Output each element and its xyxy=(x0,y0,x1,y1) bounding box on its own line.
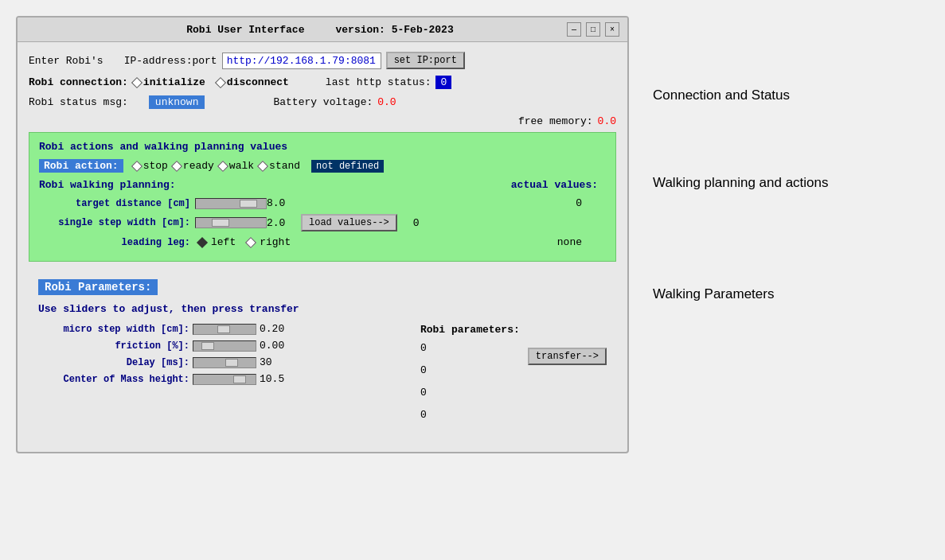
step-width-label: single step width [cm]: xyxy=(39,217,190,228)
param-slider-area-1 xyxy=(193,340,256,352)
initialize-radio-icon xyxy=(131,76,143,88)
free-memory-row: free memory: 0.0 xyxy=(29,115,616,127)
param-row-0: micro step width [cm]: 0.20 xyxy=(38,323,412,335)
ready-label: ready xyxy=(183,160,214,172)
sidebar-walking: Walking planning and actions xyxy=(653,175,829,191)
param-label-3: Center of Mass height: xyxy=(38,374,189,385)
param-actual-3: 0 xyxy=(420,409,427,426)
step-width-thumb[interactable] xyxy=(212,219,229,227)
sidebar-walking-title: Walking planning and actions xyxy=(653,175,829,190)
ready-radio[interactable]: ready xyxy=(173,160,214,172)
params-left: Use sliders to adjust, then press transf… xyxy=(38,303,412,390)
sidebar: Connection and Status Walking planning a… xyxy=(653,16,829,453)
main-window: Robi User Interface version: 5-Feb-2023 … xyxy=(16,16,629,453)
params-panel-title: Robi Parameters: xyxy=(38,279,158,295)
ip-address-label: IP-address:port xyxy=(124,55,217,67)
parameters-panel: Robi Parameters: Use sliders to adjust, … xyxy=(29,271,616,434)
planning-header-row: Robi walking planning: actual values: xyxy=(39,179,606,191)
target-distance-slider[interactable] xyxy=(195,198,267,209)
step-width-actual: 0 xyxy=(413,217,420,229)
action-label: Robi action: xyxy=(39,159,123,173)
ip-row: Enter Robi's IP-address:port set IP:port xyxy=(29,52,616,69)
stop-label: stop xyxy=(143,160,168,172)
connection-row: Robi connection: initialize disconnect l… xyxy=(29,76,616,89)
params-instruction: Use sliders to adjust, then press transf… xyxy=(38,303,412,315)
stand-label: stand xyxy=(269,160,300,172)
right-leg-radio[interactable]: right xyxy=(247,236,291,248)
planning-label: Robi walking planning: xyxy=(39,179,176,191)
free-memory-label: free memory: xyxy=(518,115,593,127)
left-leg-radio-icon xyxy=(197,236,208,247)
maximize-button[interactable]: □ xyxy=(586,22,600,37)
param-slider-0[interactable] xyxy=(193,324,256,335)
ip-input[interactable] xyxy=(222,52,381,69)
target-distance-slider-area xyxy=(195,198,267,209)
param-value-3: 10.5 xyxy=(260,373,291,385)
param-thumb-1[interactable] xyxy=(201,342,214,350)
param-slider-area-2 xyxy=(193,357,256,368)
sidebar-params: Walking Parameters xyxy=(653,286,829,302)
param-thumb-3[interactable] xyxy=(233,375,246,383)
status-row: Robi status msg: unknown Battery voltage… xyxy=(29,95,616,109)
load-values-button[interactable]: load values--> xyxy=(301,214,397,231)
action-row: Robi action: stop ready walk xyxy=(39,159,606,173)
set-ip-button[interactable]: set IP:port xyxy=(386,52,465,69)
params-right: Robi parameters: 0000 xyxy=(420,303,520,426)
transfer-btn-area: transfer--> xyxy=(528,303,607,365)
param-value-1: 0.00 xyxy=(260,340,291,352)
left-leg-label: left xyxy=(211,236,236,248)
robi-connection-label: Robi connection: xyxy=(29,76,128,88)
param-thumb-0[interactable] xyxy=(217,325,230,333)
param-value-0: 0.20 xyxy=(260,323,291,335)
param-row-2: Delay [ms]: 30 xyxy=(38,356,412,368)
target-distance-thumb[interactable] xyxy=(240,200,257,208)
param-slider-1[interactable] xyxy=(193,340,256,352)
param-slider-area-3 xyxy=(193,374,256,385)
sidebar-params-title: Walking Parameters xyxy=(653,286,774,301)
free-memory-value: 0.0 xyxy=(598,115,616,127)
param-slider-area-0 xyxy=(193,324,256,335)
walk-radio[interactable]: walk xyxy=(219,160,254,172)
window-version: version: 5-Feb-2023 xyxy=(336,24,454,36)
step-width-slider-area xyxy=(195,217,267,228)
enter-label: Enter Robi's xyxy=(29,55,103,67)
params-content: Use sliders to adjust, then press transf… xyxy=(38,303,607,426)
param-actual-1: 0 xyxy=(420,364,427,382)
param-slider-3[interactable] xyxy=(193,374,256,385)
initialize-radio[interactable]: initialize xyxy=(133,76,205,88)
battery-value: 0.0 xyxy=(377,96,396,108)
window-title: Robi User Interface version: 5-Feb-2023 xyxy=(73,24,567,36)
walking-panel: Robi actions and walking planning values… xyxy=(29,132,616,262)
disconnect-radio-icon xyxy=(215,76,226,88)
param-slider-2[interactable] xyxy=(193,357,256,368)
disconnect-radio[interactable]: disconnect xyxy=(217,76,289,88)
target-distance-label: target distance [cm] xyxy=(39,198,190,209)
stand-radio[interactable]: stand xyxy=(259,160,300,172)
param-label-2: Delay [ms]: xyxy=(38,357,189,368)
left-leg-radio[interactable]: left xyxy=(198,236,236,248)
sidebar-connection: Connection and Status xyxy=(653,88,829,103)
param-rows: micro step width [cm]: 0.20 friction [%]… xyxy=(38,323,412,385)
window-controls: — □ × xyxy=(567,22,619,37)
sidebar-connection-title: Connection and Status xyxy=(653,88,790,103)
ready-radio-icon xyxy=(171,160,182,171)
window-title-text: Robi User Interface xyxy=(186,24,304,36)
initialize-label: initialize xyxy=(143,76,205,88)
param-actual-2: 0 xyxy=(420,387,427,404)
target-distance-row: target distance [cm] 8.0 0 xyxy=(39,197,606,209)
actual-values: 0000 xyxy=(420,342,427,426)
stop-radio-icon xyxy=(131,160,143,171)
minimize-button[interactable]: — xyxy=(567,22,581,37)
step-width-slider[interactable] xyxy=(195,217,267,228)
not-defined-badge: not defined xyxy=(311,160,384,173)
http-status-value: 0 xyxy=(435,76,451,89)
leading-leg-actual: none xyxy=(557,236,582,248)
close-button[interactable]: × xyxy=(605,22,619,37)
http-status-label: last http status: xyxy=(326,76,431,88)
param-actual-0: 0 xyxy=(420,342,427,360)
leading-leg-row: leading leg: left right none xyxy=(39,236,606,248)
disconnect-label: disconnect xyxy=(227,76,289,88)
param-thumb-2[interactable] xyxy=(225,359,238,367)
stop-radio[interactable]: stop xyxy=(133,160,168,172)
transfer-button[interactable]: transfer--> xyxy=(528,348,607,365)
